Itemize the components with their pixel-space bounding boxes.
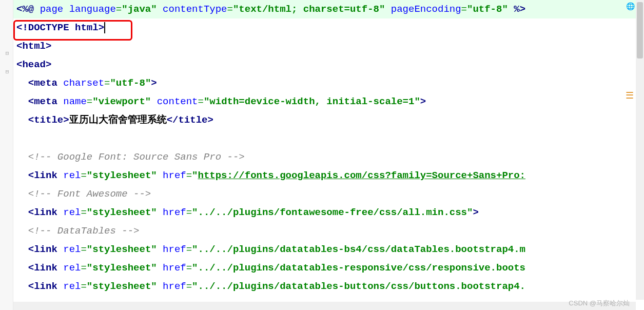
- code-line[interactable]: [13, 129, 644, 148]
- code-line[interactable]: <head>: [13, 55, 644, 74]
- watermark: CSDN @马察哈尔灿: [569, 299, 630, 308]
- fold-icon[interactable]: ⊟: [4, 50, 10, 56]
- code-line[interactable]: <link rel="stylesheet" href="../../plugi…: [13, 259, 644, 277]
- code-line[interactable]: <%@ page language="java" contentType="te…: [13, 0, 644, 18]
- jsp-open: <%@: [16, 4, 34, 15]
- code-line[interactable]: <!DOCTYPE html>: [13, 18, 644, 37]
- code-line[interactable]: <meta charset="utf-8">: [13, 74, 644, 92]
- code-line[interactable]: <meta name="viewport" content="width=dev…: [13, 92, 644, 111]
- code-line[interactable]: <!-- DataTables -->: [13, 222, 644, 240]
- scrollbar-thumb[interactable]: [637, 2, 643, 59]
- gutter: ⊟ ⊟: [0, 0, 13, 310]
- code-line[interactable]: <link rel="stylesheet" href="https://fon…: [13, 166, 644, 185]
- code-line[interactable]: <link rel="stylesheet" href="../../plugi…: [13, 277, 644, 296]
- horizontal-scrollbar[interactable]: [13, 302, 636, 310]
- globe-icon[interactable]: 🌐: [626, 2, 635, 11]
- code-line[interactable]: <link rel="stylesheet" href="../../plugi…: [13, 240, 644, 259]
- fold-icon[interactable]: ⊟: [4, 69, 10, 75]
- code-line[interactable]: <title>亚历山大宿舍管理系统</title>: [13, 111, 644, 129]
- editor: ⊟ ⊟ <%@ page language="java" contentType…: [0, 0, 644, 310]
- code-line[interactable]: <!-- Font Awesome -->: [13, 185, 644, 203]
- marker-icon[interactable]: ☰: [626, 90, 635, 101]
- code-line[interactable]: <!-- Google Font: Source Sans Pro -->: [13, 148, 644, 166]
- vertical-scrollbar[interactable]: [636, 0, 644, 300]
- caret: [104, 22, 105, 33]
- code-line[interactable]: <link rel="stylesheet" href="../../plugi…: [13, 203, 644, 222]
- code-line[interactable]: <html>: [13, 37, 644, 55]
- code-area[interactable]: <%@ page language="java" contentType="te…: [13, 0, 644, 310]
